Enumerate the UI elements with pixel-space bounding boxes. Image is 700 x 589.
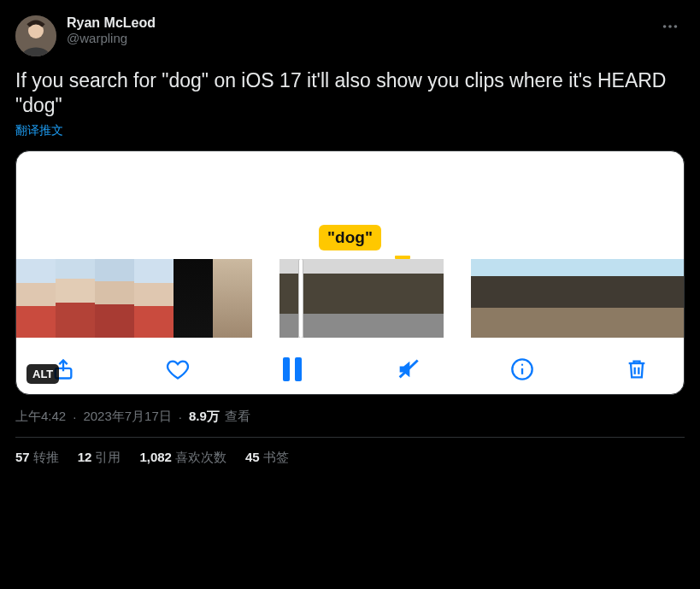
thumbnail: [471, 259, 510, 338]
heart-icon[interactable]: [165, 356, 191, 382]
stat-label: 书签: [263, 450, 289, 464]
translate-link[interactable]: 翻译推文: [15, 123, 63, 138]
alt-badge[interactable]: ALT: [26, 364, 59, 384]
stat-count: 1,082: [139, 450, 172, 464]
media-card[interactable]: "dog": [15, 150, 685, 395]
thumbnail: [510, 259, 550, 338]
tweet-meta: 上午4:42 · 2023年7月17日 · 8.9万 查看: [15, 409, 685, 438]
stat-label: 转推: [33, 450, 59, 464]
display-name: Ryan McLeod: [67, 15, 645, 31]
stat-count: 45: [245, 450, 260, 464]
clip-group-3: [471, 259, 684, 338]
separator: ·: [179, 409, 182, 424]
info-icon[interactable]: [509, 356, 535, 382]
thumbnail: [16, 259, 56, 338]
tweet-date[interactable]: 2023年7月17日: [83, 409, 171, 425]
thumbnail: [589, 259, 628, 338]
stat-retweets[interactable]: 57转推: [15, 450, 59, 466]
playhead-icon[interactable]: [299, 259, 303, 338]
svg-point-3: [668, 25, 672, 28]
more-icon[interactable]: [656, 15, 685, 42]
clip-group-2: [279, 259, 444, 338]
stat-count: 57: [15, 450, 30, 464]
views-count: 8.9万: [189, 409, 220, 425]
tweet-text: If you search for "dog" on iOS 17 it'll …: [15, 68, 685, 118]
thumbnail: [550, 259, 589, 338]
views-label[interactable]: 查看: [225, 409, 250, 425]
thumbnail: [628, 259, 668, 338]
stat-quotes[interactable]: 12引用: [78, 450, 121, 466]
video-scrubber-strip[interactable]: [16, 259, 684, 338]
stat-count: 12: [78, 450, 92, 464]
separator: ·: [73, 409, 76, 424]
svg-point-2: [663, 25, 667, 28]
thumbnail: [303, 259, 363, 338]
thumbnail: [668, 259, 684, 338]
avatar[interactable]: [15, 15, 56, 56]
thumbnail: [279, 259, 298, 338]
tweet-stats: 57转推 12引用 1,082喜欢次数 45书签: [15, 438, 685, 478]
clip-group-1: [16, 259, 252, 338]
tweet-header: Ryan McLeod @warpling: [15, 15, 685, 56]
media-action-bar: [16, 338, 684, 394]
thumbnail: [363, 259, 444, 338]
pause-icon[interactable]: [279, 356, 305, 382]
stat-bookmarks[interactable]: 45书签: [245, 450, 289, 466]
search-tag: "dog": [319, 225, 381, 250]
mute-icon[interactable]: [395, 356, 421, 382]
thumbnail: [134, 259, 174, 338]
stat-likes[interactable]: 1,082喜欢次数: [139, 450, 226, 466]
trash-icon[interactable]: [624, 356, 650, 382]
thumbnail: [56, 259, 95, 338]
thumbnail: [95, 259, 134, 338]
media-top-space: [16, 151, 684, 225]
tweet-time[interactable]: 上午4:42: [15, 409, 66, 425]
author-block[interactable]: Ryan McLeod @warpling: [67, 15, 645, 45]
stat-label: 引用: [95, 450, 121, 464]
search-tag-row: "dog": [16, 225, 684, 259]
handle: @warpling: [67, 31, 645, 45]
thumbnail: [174, 259, 213, 338]
tweet-container: Ryan McLeod @warpling If you search for …: [0, 0, 700, 478]
svg-point-4: [674, 25, 678, 28]
stat-label: 喜欢次数: [175, 450, 226, 464]
svg-point-9: [521, 363, 523, 365]
thumbnail: [213, 259, 252, 338]
